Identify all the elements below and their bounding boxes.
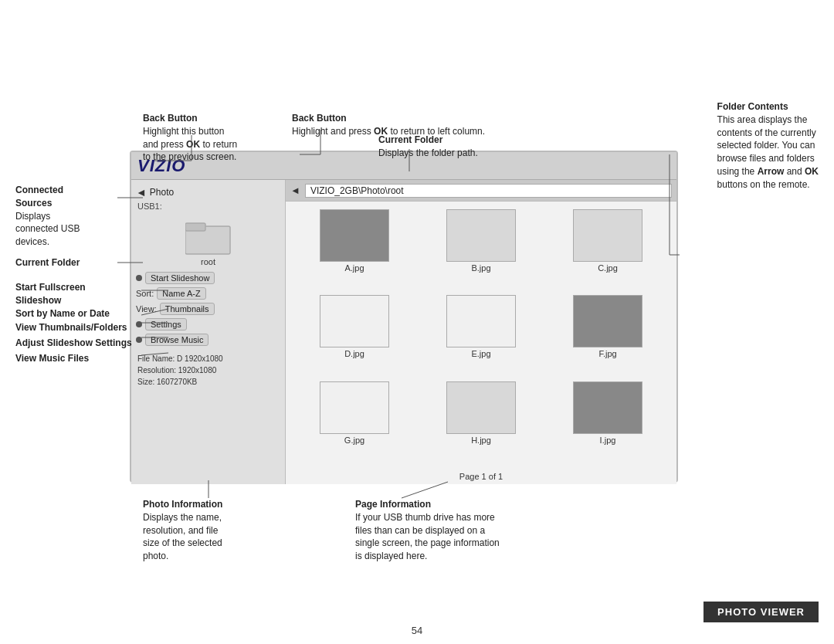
ann-start-slideshow: Start FullscreenSlideshow [15,281,86,307]
ann-photo-info-body: Displays the name,resolution, and filesi… [143,512,222,561]
ann-view-title: View Thumbnails/Folders [15,322,127,333]
thumb-img-i [573,381,642,434]
sort-button[interactable]: Name A-Z [157,287,206,300]
ann-start-slideshow-title: Start FullscreenSlideshow [15,282,86,306]
slideshow-row: Start Slideshow [134,271,282,285]
thumb-img-d [320,295,389,347]
ann-connected-sources-body: Displaysconnected USBdevices. [15,211,80,248]
ann-back-button-left-body: Highlight this buttonand press OK to ret… [143,126,237,163]
ann-folder-contents-body: This area displays thecontents of the cu… [717,114,819,190]
right-panel: ◄ VIZIO_2GB\Photo\root A.jpg B.jpg [286,180,676,484]
thumb-label-a: A.jpg [344,263,364,273]
ann-current-folder-left: Current Folder [15,256,80,269]
ann-current-folder-right-body: Displays the folder path. [378,147,478,158]
ann-current-folder-right-title: Current Folder [378,134,442,145]
tv-screen: VIZIO ◄ Photo USB1: [130,151,678,483]
thumb-img-h [446,381,516,434]
thumb-label-g: G.jpg [344,436,364,445]
view-prefix-label: View: [136,304,157,314]
ann-connected-sources: ConnectedSources Displaysconnected USBde… [15,184,80,249]
ann-page-info-title: Page Information [355,499,431,510]
ann-connected-sources-title: ConnectedSources [15,185,63,208]
file-name-label: File Name: D 1920x1080 [137,353,279,364]
thumb-cell-f[interactable]: F.jpg [547,295,669,376]
svg-line-17 [402,482,448,498]
ann-sort-title: Sort by Name or Date [15,308,110,319]
ann-adjust: Adjust Slideshow Settings [15,337,132,350]
browse-music-row: Browse Music [134,333,282,347]
settings-dot [136,321,142,327]
thumb-img-f [573,295,642,347]
path-bar: ◄ VIZIO_2GB\Photo\root [286,180,676,202]
thumb-img-e [446,295,516,347]
ann-current-folder-right: Current Folder Displays the folder path. [378,134,478,160]
view-button[interactable]: Thumbnails [160,303,215,315]
ann-view-music-title: View Music Files [15,353,89,364]
ann-folder-contents-title: Folder Contents [717,101,788,112]
page-info-bar: Page 1 of 1 [286,470,676,484]
ann-folder-contents: Folder Contents This area displays theco… [717,100,819,192]
thumb-label-c: C.jpg [598,263,618,273]
thumb-cell-a[interactable]: A.jpg [293,209,415,290]
slideshow-dot [136,275,142,281]
ann-photo-info: Photo Information Displays the name,reso… [143,498,222,563]
ann-page-info: Page Information If your USB thumb drive… [355,498,500,563]
thumb-label-e: E.jpg [471,349,490,358]
thumb-label-i: I.jpg [600,436,616,445]
thumb-img-c [573,209,642,262]
thumb-label-d: D.jpg [344,349,364,358]
thumb-cell-c[interactable]: C.jpg [547,209,669,290]
left-path-label: Photo [150,187,174,198]
back-arrow-left[interactable]: ◄ [136,186,147,198]
thumb-img-a [320,209,389,262]
thumb-cell-h[interactable]: H.jpg [420,381,542,463]
folder-label: root [201,257,215,266]
usb-source-label: USB1: [134,200,282,212]
view-row: View: Thumbnails [134,302,282,316]
ann-sort: Sort by Name or Date [15,307,110,320]
page-number: 54 [412,625,422,636]
thumb-img-g [320,381,389,434]
page: VIZIO ◄ Photo USB1: [0,0,834,644]
ann-photo-info-title: Photo Information [143,499,222,510]
thumb-cell-d[interactable]: D.jpg [293,295,415,376]
folder-path-text: VIZIO_2GB\Photo\root [305,184,672,198]
browse-music-dot [136,337,142,343]
sort-row: Sort: Name A-Z [134,286,282,300]
back-arrow-right[interactable]: ◄ [290,185,300,196]
ann-back-button-left: Back Button Highlight this buttonand pre… [143,112,237,164]
tv-body: ◄ Photo USB1: root [131,180,676,484]
ann-page-info-body: If your USB thumb drive has morefiles th… [355,512,500,561]
photo-viewer-bar: PHOTO VIEWER [703,602,819,622]
thumb-label-h: H.jpg [471,436,491,445]
settings-row: Settings [134,317,282,331]
thumb-cell-b[interactable]: B.jpg [420,209,542,290]
folder-row[interactable]: root [134,214,282,269]
settings-button[interactable]: Settings [145,318,187,330]
ann-view-music: View Music Files [15,352,89,365]
thumb-cell-e[interactable]: E.jpg [420,295,542,376]
sort-prefix-label: Sort: [136,289,154,298]
folder-icon [185,219,232,256]
browse-music-button[interactable]: Browse Music [145,334,208,346]
thumbnails-grid: A.jpg B.jpg C.jpg D.jpg [286,202,676,470]
thumb-label-f: F.jpg [598,349,616,358]
ann-adjust-title: Adjust Slideshow Settings [15,337,132,348]
left-panel: ◄ Photo USB1: root [131,180,286,484]
ann-back-button-left-title: Back Button [143,113,198,124]
size-label: Size: 1607270KB [137,376,279,388]
ann-back-button-right-title: Back Button [292,113,347,124]
ann-current-folder-left-title: Current Folder [15,257,80,268]
resolution-label: Resolution: 1920x1080 [137,364,279,376]
thumb-label-b: B.jpg [471,263,490,273]
thumb-cell-g[interactable]: G.jpg [293,381,415,463]
svg-rect-1 [185,223,205,231]
thumb-img-b [446,209,516,262]
ann-view: View Thumbnails/Folders [15,321,127,334]
thumb-cell-i[interactable]: I.jpg [547,381,669,463]
start-slideshow-button[interactable]: Start Slideshow [145,272,215,284]
file-info: File Name: D 1920x1080 Resolution: 1920x… [134,351,282,389]
